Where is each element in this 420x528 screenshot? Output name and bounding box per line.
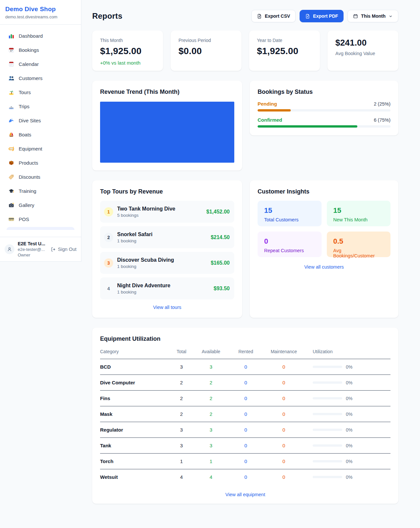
insight-label: New This Month: [333, 217, 384, 222]
sidebar-item-reports-active-partial[interactable]: [7, 227, 74, 230]
utilization-percent: 0%: [346, 364, 352, 370]
insight-tile-new-this-month: 15 New This Month: [327, 201, 391, 226]
equipment-total: 3: [172, 364, 191, 370]
equipment-category: Regulator: [100, 427, 172, 433]
insight-value: 15: [333, 206, 384, 215]
tour-list-item: 3 Discover Scuba Diving 1 booking $165.0…: [100, 252, 234, 274]
status-bar-fill: [258, 125, 357, 128]
sidebar-item-tours[interactable]: Tours: [4, 86, 77, 98]
sidebar-item-trips[interactable]: Trips: [4, 100, 77, 112]
sidebar-item-calendar[interactable]: Calendar: [4, 58, 77, 70]
sidebar-item-label: Gallery: [19, 202, 34, 208]
equipment-utilization-cell: 0%: [307, 412, 390, 417]
period-selector[interactable]: This Month: [347, 10, 398, 22]
tour-name: Snorkel Safari: [117, 232, 153, 237]
shop-logo-block: Demo Dive Shop demo.test.divestreams.com: [0, 0, 81, 25]
sidebar-item-label: Products: [19, 160, 38, 166]
stat-card-avg-booking-value: $241.00 Avg Booking Value: [327, 30, 398, 71]
sidebar-item-equipment[interactable]: Equipment: [4, 142, 77, 155]
table-row: BCD 3 3 0 0 0%: [100, 359, 390, 375]
utilization-bar: [313, 460, 342, 462]
tour-bookings: 5 bookings: [117, 213, 175, 218]
view-all-customers-link[interactable]: View all customers: [258, 264, 390, 270]
equipment-utilization-cell: 0%: [307, 380, 390, 385]
utilization-percent: 0%: [346, 380, 352, 385]
status-bar-track: [258, 109, 390, 112]
sidebar-item-gallery[interactable]: Gallery: [4, 199, 77, 211]
insight-label: Repeat Customers: [264, 248, 315, 253]
page-header: Reports Export CSV Export PDF This Month: [92, 10, 398, 22]
stat-value: $1,925.00: [257, 46, 312, 56]
customer-insights-card: Customer Insights 15 Total Customers 15 …: [250, 180, 398, 318]
stat-value: $0.00: [178, 46, 234, 56]
stat-cards: This Month $1,925.00 +0% vs last month P…: [92, 30, 398, 71]
insight-tile-repeat-customers: 0 Repeat Customers: [258, 232, 322, 257]
rank-badge: 1: [104, 207, 113, 216]
insight-label: Avg Bookings/Customer: [333, 248, 384, 258]
sidebar-item-training[interactable]: Training: [4, 185, 77, 197]
utilization-bar: [313, 413, 342, 415]
status-bar-fill: [258, 109, 291, 112]
period-label: This Month: [361, 13, 386, 19]
utilization-percent: 0%: [346, 427, 352, 433]
user-meta: E2E Test U... e2e-tester@... Owner: [18, 241, 48, 257]
column-header: Available: [191, 349, 231, 354]
equipment-category: Fins: [100, 396, 172, 401]
table-row: Dive Computer 2 2 0 0 0%: [100, 375, 390, 390]
equipment-total: 2: [172, 396, 191, 401]
export-pdf-button[interactable]: Export PDF: [300, 10, 344, 22]
bar-chart-icon: [9, 33, 14, 39]
rank-badge: 4: [104, 284, 113, 293]
sidebar-item-pos[interactable]: POS: [4, 213, 77, 225]
status-bar-track: [258, 125, 390, 128]
sidebar-item-label: POS: [19, 216, 29, 222]
stat-value: $241.00: [335, 38, 390, 48]
equipment-category: Torch: [100, 458, 172, 464]
sidebar-item-bookings[interactable]: 17 Bookings: [4, 44, 77, 56]
shop-domain: demo.test.divestreams.com: [5, 14, 76, 19]
equipment-maintenance: 0: [261, 396, 307, 401]
sidebar: Demo Dive Shop demo.test.divestreams.com…: [0, 0, 81, 262]
equipment-available: 1: [191, 458, 231, 464]
table-row: Torch 1 1 0 0 0%: [100, 453, 390, 469]
package-icon: [9, 160, 14, 166]
equipment-rented: 0: [231, 364, 261, 370]
charts-row: Revenue Trend (This Month) Bookings by S…: [92, 81, 398, 171]
stat-value: $1,925.00: [100, 46, 155, 56]
equipment-maintenance: 0: [261, 458, 307, 464]
equipment-available: 2: [191, 380, 231, 385]
sidebar-item-dashboard[interactable]: Dashboard: [4, 30, 77, 42]
sidebar-item-label: Trips: [19, 104, 30, 109]
equipment-rented: 0: [231, 458, 261, 464]
column-header: Total: [172, 349, 191, 354]
sidebar-item-products[interactable]: Products: [4, 156, 77, 169]
equipment-available: 2: [191, 396, 231, 401]
sidebar-item-discounts[interactable]: Discounts: [4, 171, 77, 183]
export-csv-button[interactable]: Export CSV: [251, 10, 296, 22]
sign-out-button[interactable]: Sign Out: [51, 247, 76, 252]
equipment-maintenance: 0: [261, 443, 307, 448]
utilization-percent: 0%: [346, 412, 352, 417]
equipment-table: Category Total Available Rented Maintena…: [100, 349, 390, 485]
utilization-percent: 0%: [346, 443, 352, 448]
equipment-category: Wetsuit: [100, 474, 172, 480]
insight-tile-total-customers: 15 Total Customers: [258, 201, 322, 226]
chevron-down-icon: [388, 14, 393, 18]
equipment-utilization-cell: 0%: [307, 443, 390, 448]
status-value: 6 (75%): [374, 117, 390, 123]
page-title: Reports: [92, 11, 122, 21]
sidebar-item-boats[interactable]: Boats: [4, 128, 77, 141]
rank-badge: 3: [104, 258, 113, 268]
equipment-total: 2: [172, 380, 191, 385]
stat-delta: +0% vs last month: [100, 60, 155, 66]
column-header: Maintenance: [261, 349, 307, 354]
view-all-tours-link[interactable]: View all tours: [100, 305, 234, 310]
equipment-total: 3: [172, 443, 191, 448]
sidebar-item-customers[interactable]: Customers: [4, 72, 77, 84]
sidebar-item-label: Equipment: [19, 146, 42, 152]
sidebar-item-dive-sites[interactable]: Dive Sites: [4, 114, 77, 127]
table-row: Fins 2 2 0 0 0%: [100, 390, 390, 406]
view-all-equipment-link[interactable]: View all equipment: [100, 492, 390, 497]
main-content: Reports Export CSV Export PDF This Month: [81, 0, 420, 517]
tour-name: Discover Scuba Diving: [117, 257, 174, 263]
